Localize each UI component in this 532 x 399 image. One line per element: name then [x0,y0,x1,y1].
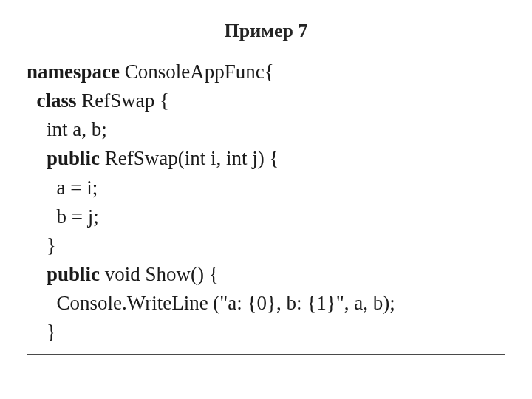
code-text: Console.WriteLine ("a: {0}, b: {1}", a, … [27,292,395,314]
code-text: a = i; [27,177,98,199]
code-block: namespace ConsoleAppFunc{ class RefSwap … [27,58,505,347]
code-text: } [27,321,56,343]
code-text: ConsoleAppFunc{ [120,61,274,83]
keyword-class: class [37,89,77,112]
code-text: } [27,234,56,256]
keyword-public: public [47,263,100,285]
title-container: Пример 7 [27,18,505,47]
slide: Пример 7 namespace ConsoleAppFunc{ class… [0,0,532,399]
keyword-namespace: namespace [27,61,120,83]
code-text: b = j; [27,205,99,228]
footer-divider [27,354,505,355]
keyword-public: public [47,147,100,169]
code-text: void Show() { [100,263,219,285]
code-text: int a, b; [27,118,107,140]
code-text: RefSwap { [77,89,169,112]
slide-title: Пример 7 [225,20,308,41]
code-text: RefSwap(int i, int j) { [100,147,279,169]
